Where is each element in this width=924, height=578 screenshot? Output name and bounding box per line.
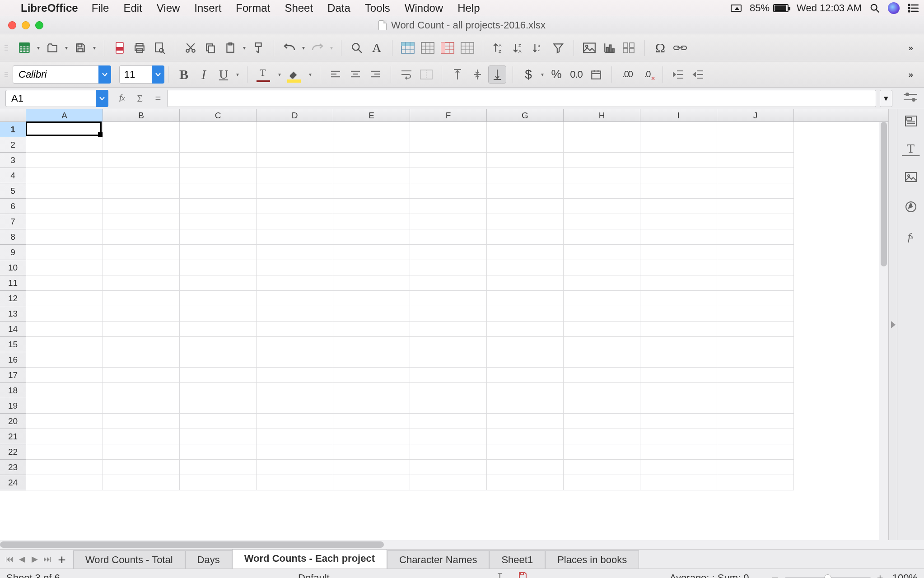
cell[interactable]	[103, 368, 180, 383]
cell[interactable]	[257, 475, 333, 490]
cell[interactable]	[640, 414, 717, 429]
cell[interactable]	[333, 137, 410, 153]
menu-format[interactable]: Format	[229, 2, 277, 14]
menu-sheet[interactable]: Sheet	[277, 2, 320, 14]
spotlight-icon[interactable]	[870, 3, 880, 13]
column-header[interactable]: I	[640, 109, 717, 121]
siri-icon[interactable]	[888, 2, 900, 14]
cell[interactable]	[564, 368, 640, 383]
cell[interactable]	[333, 275, 410, 291]
zoom-level[interactable]: 100%	[892, 572, 918, 578]
cell[interactable]	[410, 199, 487, 214]
sheet-tab[interactable]: Days	[185, 550, 232, 569]
cell[interactable]	[257, 429, 333, 444]
format-toolbar-overflow-button[interactable]: »	[908, 70, 919, 79]
add-decimal-button[interactable]: .00	[618, 65, 636, 84]
cell[interactable]	[333, 168, 410, 183]
cell[interactable]	[333, 444, 410, 460]
cell[interactable]	[640, 168, 717, 183]
cell[interactable]	[564, 383, 640, 398]
cell[interactable]	[333, 429, 410, 444]
cell[interactable]	[640, 398, 717, 414]
row-header[interactable]: 1	[0, 122, 26, 137]
menubar-clock[interactable]: Wed 12:03 AM	[797, 2, 862, 14]
cell[interactable]	[564, 137, 640, 153]
row-header[interactable]: 17	[0, 368, 26, 383]
cell[interactable]	[103, 429, 180, 444]
cell[interactable]	[564, 183, 640, 199]
select-all-corner[interactable]	[0, 109, 26, 121]
cell[interactable]	[717, 153, 794, 168]
redo-button[interactable]	[308, 39, 327, 57]
menu-insert[interactable]: Insert	[187, 2, 229, 14]
cell[interactable]	[410, 322, 487, 337]
cell[interactable]	[257, 444, 333, 460]
cell[interactable]	[410, 137, 487, 153]
column-header[interactable]: H	[564, 109, 640, 121]
cell[interactable]	[257, 306, 333, 322]
cell[interactable]	[333, 199, 410, 214]
open-button[interactable]	[43, 39, 61, 57]
valign-bottom-button[interactable]	[488, 65, 506, 84]
cell[interactable]	[26, 383, 103, 398]
column-header[interactable]: E	[333, 109, 410, 121]
cell[interactable]	[257, 245, 333, 260]
cell[interactable]	[564, 414, 640, 429]
cell[interactable]	[564, 275, 640, 291]
currency-button[interactable]: $	[519, 65, 537, 84]
cell[interactable]	[717, 229, 794, 245]
cell[interactable]	[410, 475, 487, 490]
cell[interactable]	[564, 168, 640, 183]
menu-window[interactable]: Window	[397, 2, 450, 14]
cell[interactable]	[640, 122, 717, 137]
menu-help[interactable]: Help	[450, 2, 487, 14]
cell[interactable]	[26, 199, 103, 214]
cell[interactable]	[333, 475, 410, 490]
cell[interactable]	[640, 245, 717, 260]
cell[interactable]	[333, 398, 410, 414]
cell[interactable]	[333, 153, 410, 168]
cell[interactable]	[103, 260, 180, 275]
cell[interactable]	[410, 260, 487, 275]
row-header[interactable]: 20	[0, 414, 26, 429]
cell[interactable]	[333, 383, 410, 398]
cell[interactable]	[717, 460, 794, 475]
underline-button[interactable]: U	[215, 65, 233, 84]
cell[interactable]	[487, 460, 564, 475]
cell[interactable]	[640, 214, 717, 229]
cell[interactable]	[640, 306, 717, 322]
vertical-scrollbar[interactable]	[879, 122, 888, 540]
cell[interactable]	[564, 475, 640, 490]
zoom-in-button[interactable]: +	[877, 572, 883, 578]
cell[interactable]	[180, 429, 257, 444]
cell[interactable]	[26, 245, 103, 260]
cell[interactable]	[333, 183, 410, 199]
cell[interactable]	[487, 260, 564, 275]
cell[interactable]	[103, 214, 180, 229]
cell[interactable]	[180, 414, 257, 429]
notification-center-icon[interactable]	[908, 4, 919, 13]
cell[interactable]	[26, 322, 103, 337]
redo-dropdown[interactable]: ▾	[328, 45, 335, 51]
cell[interactable]	[717, 429, 794, 444]
cell[interactable]	[26, 153, 103, 168]
cell[interactable]	[717, 383, 794, 398]
cell[interactable]	[487, 153, 564, 168]
cell[interactable]	[26, 260, 103, 275]
cell[interactable]	[487, 444, 564, 460]
sidebar-navigator-icon[interactable]	[902, 198, 920, 216]
cell[interactable]	[410, 444, 487, 460]
menu-file[interactable]: File	[84, 2, 117, 14]
cell[interactable]	[26, 168, 103, 183]
cell[interactable]	[410, 429, 487, 444]
cell[interactable]	[717, 398, 794, 414]
sheet-tab[interactable]: Word Counts - Each project	[232, 549, 387, 569]
cell[interactable]	[257, 260, 333, 275]
column-button[interactable]	[419, 39, 437, 57]
cell[interactable]	[717, 475, 794, 490]
align-left-button[interactable]	[327, 65, 345, 84]
status-page-style[interactable]: Default	[298, 572, 330, 578]
cell[interactable]	[410, 398, 487, 414]
cut-button[interactable]	[182, 39, 200, 57]
cell[interactable]	[640, 460, 717, 475]
